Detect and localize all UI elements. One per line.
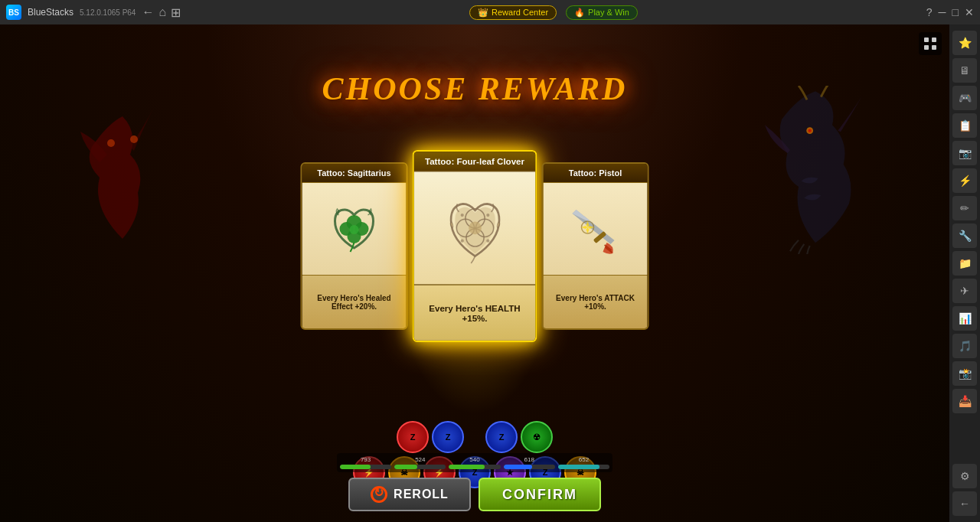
- progress-bar-0: [340, 465, 391, 469]
- close-icon[interactable]: ✕: [965, 6, 974, 18]
- card-name-pistol: Tattoo: Pistol: [548, 168, 643, 178]
- sidebar-icon-5[interactable]: ⚡: [952, 168, 977, 193]
- progress-bar-1: [394, 465, 446, 469]
- progress-label-2: 540: [449, 456, 500, 463]
- reroll-icon: [371, 486, 387, 503]
- sidebar-icon-3[interactable]: 📋: [952, 113, 977, 138]
- card-image-pistol: [544, 183, 648, 275]
- sidebar-icon-1[interactable]: 🖥: [952, 58, 977, 83]
- sidebar-icon-11[interactable]: 🎵: [952, 334, 977, 358]
- card-description-fourleaf: Every Hero's HEALTH +15%.: [420, 303, 529, 322]
- sidebar-icon-4[interactable]: 📷: [952, 141, 977, 165]
- reroll-button[interactable]: REROLL: [348, 478, 471, 511]
- svg-point-18: [460, 214, 463, 217]
- card-desc-sagittarius: Every Hero's Healed Effect +20%.: [302, 275, 407, 328]
- progress-bar-2: [449, 465, 500, 469]
- svg-rect-7: [932, 45, 936, 50]
- svg-point-0: [107, 139, 115, 147]
- choose-reward-title: CHOOSE REWARD: [0, 70, 949, 107]
- card-name-sagittarius: Tattoo: Sagittarius: [307, 168, 402, 178]
- sidebar-icon-9[interactable]: ✈: [952, 279, 977, 303]
- card-image-fourleaf: [414, 171, 536, 284]
- svg-point-12: [350, 225, 359, 234]
- sidebar-icon-8[interactable]: 📁: [952, 251, 977, 276]
- card-header-sagittarius: Tattoo: Sagittarius: [302, 164, 407, 183]
- progress-fill-2: [449, 465, 485, 469]
- progress-item-0: 793: [340, 456, 391, 469]
- progress-item-2: 540: [449, 456, 500, 469]
- home-icon[interactable]: ⌂: [158, 5, 166, 19]
- battle-icon-1[interactable]: Z: [432, 421, 464, 453]
- game-settings-icon[interactable]: [919, 32, 942, 55]
- sidebar-icon-6[interactable]: ✏: [952, 196, 977, 220]
- action-buttons: REROLL CONFIRM: [348, 478, 601, 511]
- reward-card-sagittarius[interactable]: Tattoo: Sagittarius: [301, 162, 408, 330]
- progress-bars-area: 793 524 540 618 652: [337, 453, 612, 472]
- card-desc-pistol: Every Hero's ATTACK +10%.: [544, 275, 648, 328]
- card-header-pistol: Tattoo: Pistol: [544, 164, 648, 183]
- svg-point-21: [486, 240, 489, 243]
- title-bar-nav: ← ⌂ ⊞: [142, 5, 181, 20]
- progress-fill-0: [340, 465, 371, 469]
- svg-rect-4: [924, 38, 929, 42]
- battle-icon-0[interactable]: Z: [397, 421, 429, 453]
- app-version: 5.12.0.1065 P64: [80, 8, 136, 17]
- progress-label-3: 618: [504, 456, 555, 463]
- sidebar-icon-2[interactable]: 🎮: [952, 86, 977, 110]
- play-win-button[interactable]: 🔥 Play & Win: [566, 5, 638, 20]
- svg-rect-6: [924, 45, 929, 50]
- progress-label-4: 652: [558, 456, 609, 463]
- minimize-icon[interactable]: ─: [939, 6, 946, 18]
- reward-center-label: Reward Center: [492, 8, 548, 17]
- svg-point-20: [460, 240, 463, 243]
- confirm-button[interactable]: CONFIRM: [479, 478, 601, 511]
- sidebar-icon-10[interactable]: 📊: [952, 306, 977, 331]
- battle-icon-4[interactable]: ☢: [521, 421, 553, 453]
- svg-point-1: [130, 135, 138, 143]
- restore-icon[interactable]: □: [952, 6, 959, 18]
- title-bar-left: BS BlueStacks 5.12.0.1065 P64 ← ⌂ ⊞: [6, 5, 181, 20]
- help-icon[interactable]: ?: [926, 6, 933, 18]
- back-icon[interactable]: ←: [142, 5, 154, 19]
- progress-label-1: 524: [394, 456, 446, 463]
- crown-icon: 👑: [478, 8, 488, 18]
- svg-point-3: [808, 129, 811, 132]
- fire-icon: 🔥: [574, 8, 585, 18]
- cards-container: Tattoo: Sagittarius: [301, 162, 649, 345]
- sidebar-icon-12[interactable]: 📸: [952, 361, 977, 386]
- battle-icons-row-1: Z Z Z ☢: [337, 421, 612, 453]
- sidebar-icon-13[interactable]: 📥: [952, 389, 977, 413]
- app-name: BlueStacks: [28, 7, 74, 18]
- svg-point-17: [469, 221, 482, 234]
- sidebar-icon-15[interactable]: ←: [952, 491, 977, 516]
- progress-label-0: 793: [340, 456, 391, 463]
- bluestacks-logo: BS: [6, 5, 21, 20]
- progress-item-4: 652: [558, 456, 609, 469]
- card-description-pistol: Every Hero's ATTACK +10%.: [550, 294, 642, 311]
- battle-icon-3[interactable]: Z: [485, 421, 518, 453]
- card-name-fourleaf: Tattoo: Four-leaf Clover: [419, 156, 531, 166]
- progress-item-1: 524: [394, 456, 446, 469]
- card-image-sagittarius: [302, 183, 407, 275]
- progress-bar-4: [558, 465, 609, 469]
- play-win-label: Play & Win: [588, 8, 629, 17]
- title-bar-right: ? ─ □ ✕: [926, 6, 974, 18]
- reward-card-pistol[interactable]: Tattoo: Pistol: [542, 162, 649, 330]
- confirm-label: CONFIRM: [502, 487, 577, 503]
- sidebar-icon-7[interactable]: 🔧: [952, 223, 977, 248]
- progress-item-3: 618: [504, 456, 555, 469]
- game-top-right: [919, 32, 942, 55]
- dragon-right-decoration: [758, 86, 873, 254]
- title-bar: BS BlueStacks 5.12.0.1065 P64 ← ⌂ ⊞ 👑 Re…: [0, 0, 980, 24]
- reroll-label: REROLL: [394, 488, 449, 501]
- menu-icon[interactable]: ⊞: [171, 5, 181, 20]
- svg-point-19: [486, 214, 489, 217]
- reward-center-button[interactable]: 👑 Reward Center: [469, 5, 557, 20]
- dragon-left-decoration: [77, 101, 168, 254]
- reward-card-fourleaf[interactable]: Tattoo: Four-leaf Clover: [413, 150, 537, 342]
- sidebar-icon-0[interactable]: ⭐: [952, 31, 977, 55]
- progress-fill-1: [394, 465, 417, 469]
- progress-fill-4: [558, 465, 599, 469]
- sidebar-icon-14[interactable]: ⚙: [952, 464, 977, 488]
- svg-rect-5: [932, 38, 936, 42]
